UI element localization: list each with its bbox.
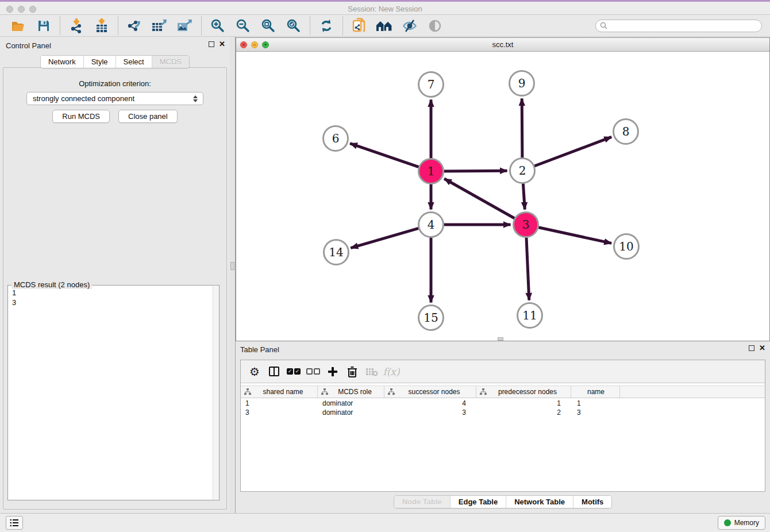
zoom-out-icon[interactable] — [234, 17, 252, 34]
status-bar: Memory — [0, 513, 770, 532]
table-header[interactable]: shared name MCDS role successor nodes pr… — [241, 385, 765, 398]
graph-node-1[interactable]: 1 — [419, 159, 444, 184]
graph-edge-1-2[interactable] — [444, 171, 507, 171]
svg-text:4: 4 — [428, 218, 435, 232]
graph-node-9[interactable]: 9 — [510, 71, 534, 96]
graph-node-3[interactable]: 3 — [514, 213, 538, 237]
table-row[interactable]: 1 dominator 4 1 1 — [241, 399, 765, 408]
tab-style[interactable]: Style — [83, 56, 116, 68]
window-titlebar: Session: New Session — [0, 0, 770, 15]
graph-edge-2-3[interactable] — [523, 184, 525, 210]
import-network-icon[interactable] — [68, 17, 85, 34]
tab-select[interactable]: Select — [116, 56, 152, 68]
mcds-result-groupbox: MCDS result (2 nodes) 1 3 — [7, 285, 220, 500]
zoom-selected-icon[interactable] — [285, 17, 302, 34]
birdseye-view-icon[interactable] — [426, 17, 444, 34]
splitter-handle[interactable] — [230, 262, 234, 270]
criterion-dropdown-value: strongly connected component — [33, 94, 134, 103]
mcds-panel-body: Optimization criterion: strongly connect… — [3, 67, 227, 510]
graph-node-4[interactable]: 4 — [419, 213, 444, 237]
network-overview-icon[interactable] — [376, 17, 393, 34]
refresh-layout-icon[interactable] — [318, 17, 335, 34]
close-table-panel-icon[interactable]: ✕ — [759, 345, 765, 351]
close-panel-icon[interactable]: ✕ — [219, 41, 225, 47]
graph-node-7[interactable]: 7 — [419, 72, 444, 97]
graph-edge-1-6[interactable] — [350, 144, 419, 167]
graph-node-2[interactable]: 2 — [510, 159, 535, 183]
svg-text:3: 3 — [522, 218, 530, 232]
criterion-dropdown[interactable]: strongly connected component — [26, 92, 203, 105]
import-table-icon[interactable] — [93, 17, 110, 34]
column-header-predecessor-nodes[interactable]: predecessor nodes — [476, 386, 571, 398]
tab-motifs[interactable]: Motifs — [573, 496, 611, 508]
graph-node-6[interactable]: 6 — [324, 126, 348, 151]
network-window-titlebar[interactable]: × − + scc.txt — [236, 38, 769, 52]
column-header-shared-name[interactable]: shared name — [241, 386, 318, 398]
resize-grip[interactable] — [498, 337, 503, 341]
toggle-graphics-details-icon[interactable] — [401, 17, 418, 34]
graph-node-11[interactable]: 11 — [518, 303, 542, 328]
task-history-button[interactable] — [6, 516, 23, 530]
graph-edge-2-8[interactable] — [534, 137, 611, 166]
graph-edge-3-1[interactable] — [444, 179, 514, 218]
duplicate-network-icon[interactable] — [351, 17, 368, 34]
svg-text:7: 7 — [428, 78, 435, 91]
open-file-icon[interactable] — [10, 17, 27, 34]
zoom-fit-icon[interactable] — [260, 17, 277, 34]
save-session-icon[interactable] — [35, 17, 52, 34]
export-table-icon[interactable] — [151, 17, 168, 34]
tab-network-table[interactable]: Network Table — [506, 496, 573, 508]
close-panel-button[interactable]: Close panel — [118, 110, 178, 123]
graph-edge-4-14[interactable] — [351, 228, 418, 248]
float-table-panel-icon[interactable] — [749, 345, 754, 351]
export-image-icon[interactable] — [176, 17, 194, 34]
network-canvas[interactable]: 7968124314101511 — [236, 52, 769, 341]
graph-node-8[interactable]: 8 — [614, 119, 638, 144]
table-row[interactable]: 3 dominator 3 2 3 — [241, 408, 765, 417]
result-scrollbar[interactable] — [213, 286, 219, 499]
tab-network[interactable]: Network — [41, 56, 83, 68]
table-settings-gear-icon[interactable]: ⚙ — [247, 364, 263, 380]
graph-node-14[interactable]: 14 — [324, 240, 349, 265]
tab-node-table[interactable]: Node Table — [394, 496, 450, 508]
memory-status-icon — [724, 519, 731, 526]
search-input[interactable] — [595, 20, 762, 32]
graph-edge-3-11[interactable] — [526, 238, 529, 300]
window-title: Session: New Session — [0, 5, 770, 13]
graph-node-15[interactable]: 15 — [419, 306, 444, 330]
memory-button[interactable]: Memory — [718, 516, 765, 530]
graph-edge-2-9[interactable] — [522, 99, 522, 158]
delete-column-icon[interactable] — [344, 364, 360, 380]
show-columns-icon[interactable] — [266, 364, 282, 380]
mcds-result-list[interactable]: 1 3 — [8, 286, 212, 500]
control-panel-title: Control Panel — [6, 41, 51, 50]
column-type-icon — [321, 388, 328, 395]
node-table-box: ⚙ ✓✓ f(x) shared name MCDS role — [240, 360, 765, 492]
float-panel-icon[interactable] — [209, 41, 214, 47]
table-toolbar: ⚙ ✓✓ f(x) — [241, 360, 765, 383]
tab-mcds[interactable]: MCDS — [152, 56, 189, 68]
column-header-mcds-role[interactable]: MCDS role — [318, 386, 384, 398]
column-type-icon — [244, 388, 251, 395]
column-header-successor-nodes[interactable]: successor nodes — [384, 386, 476, 398]
export-network-icon[interactable] — [126, 17, 143, 34]
vertical-splitter[interactable] — [230, 37, 236, 513]
svg-text:10: 10 — [619, 240, 633, 253]
column-header-name[interactable]: name — [571, 386, 620, 398]
network-window-title: scc.txt — [236, 40, 769, 49]
run-mcds-button[interactable]: Run MCDS — [52, 110, 110, 123]
tab-edge-table[interactable]: Edge Table — [450, 496, 506, 508]
zoom-in-icon[interactable] — [209, 17, 226, 34]
memory-label: Memory — [734, 519, 759, 527]
graph-node-10[interactable]: 10 — [614, 234, 639, 259]
svg-text:15: 15 — [424, 311, 438, 325]
delete-table-icon-disabled — [364, 364, 380, 380]
graph-edge-3-10[interactable] — [538, 228, 611, 244]
main-toolbar — [0, 15, 770, 37]
svg-text:6: 6 — [332, 132, 340, 145]
select-all-columns-icon[interactable]: ✓✓ — [286, 364, 302, 380]
add-column-icon[interactable] — [325, 364, 341, 380]
control-panel: Control Panel ✕ Network Style Select MCD… — [0, 37, 230, 513]
optimization-criterion-label: Optimization criterion: — [3, 79, 226, 88]
deselect-all-columns-icon[interactable] — [305, 364, 321, 380]
